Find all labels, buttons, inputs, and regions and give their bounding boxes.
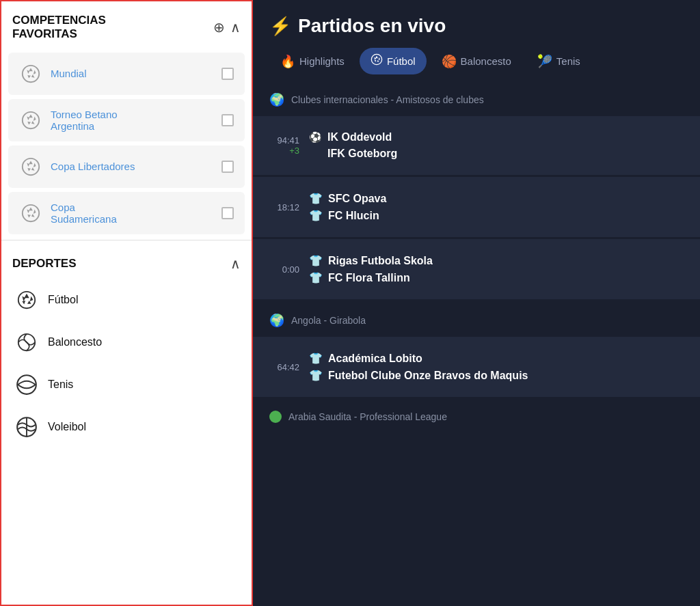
svg-marker-19 — [29, 207, 33, 210]
svg-marker-35 — [375, 56, 378, 59]
svg-point-0 — [23, 66, 39, 82]
svg-marker-2 — [33, 70, 36, 74]
svg-point-31 — [17, 375, 36, 394]
deportes-title: DEPORTES — [12, 257, 77, 271]
team2-name-2: FC Hlucin — [328, 210, 379, 222]
svg-point-12 — [23, 159, 39, 175]
deportes-collapse-icon[interactable]: ∧ — [230, 256, 241, 272]
tab-baloncesto[interactable]: 🏀 Baloncesto — [431, 49, 522, 74]
soccer-icon-mundial — [19, 62, 42, 85]
globe-icon-clubes: 🌍 — [269, 92, 284, 107]
arabia-label: Arabia Saudita - Professional League — [288, 411, 447, 422]
globe-icon-angola: 🌍 — [269, 313, 284, 328]
tab-futbol-label: Fútbol — [387, 55, 416, 67]
svg-marker-25 — [24, 293, 29, 298]
svg-marker-10 — [27, 122, 31, 125]
clubes-label: Clubes internacionales - Amistosos de cl… — [291, 94, 484, 105]
futbol-tab-icon — [371, 53, 383, 69]
team1-name-3: Rigas Futbola Skola — [328, 255, 433, 267]
svg-marker-8 — [33, 116, 36, 121]
sidebar-item-mundial[interactable]: Mundial — [8, 53, 245, 95]
deportes-item-tenis[interactable]: Tenis — [1, 363, 252, 406]
svg-marker-5 — [27, 70, 29, 74]
futbol-sport-label: Fútbol — [48, 294, 78, 306]
match-time-4: 64:42 — [269, 362, 299, 372]
mundial-label: Mundial — [51, 68, 87, 79]
sidebar-item-copa-sudamericana[interactable]: Copa Sudamericana — [8, 192, 245, 234]
baloncesto-sport-label: Baloncesto — [48, 336, 102, 348]
svg-marker-17 — [27, 163, 29, 167]
section-angola-header: 🌍 Angola - Girabola — [253, 306, 700, 335]
angola-label: Angola - Girabola — [291, 315, 366, 326]
match-academica-onze[interactable]: 64:42 👕 Académica Lobito 👕 Futebol Clube… — [253, 337, 700, 397]
svg-marker-21 — [31, 214, 35, 217]
sudamericana-label: Copa Sudamericana — [51, 202, 117, 225]
libertadores-label: Copa Libertadores — [51, 161, 135, 172]
team1-icon-2: 👕 — [309, 192, 323, 205]
svg-marker-11 — [27, 116, 29, 120]
team1-icon-4: 👕 — [309, 352, 323, 365]
lightning-icon: ⚡ — [269, 16, 291, 37]
team2-icon-3: 👕 — [309, 271, 323, 284]
match-rigas-flora[interactable]: 0:00 👕 Rigas Futbola Skola 👕 FC Flora Ta… — [253, 239, 700, 299]
sidebar: COMPETENCIAS FAVORITAS ⊕ ∧ Mundial — [0, 0, 253, 606]
match-time-1: 94:41 +3 — [269, 135, 299, 156]
svg-marker-23 — [27, 209, 29, 213]
favoritas-header: COMPETENCIAS FAVORITAS ⊕ ∧ — [1, 1, 252, 49]
svg-marker-36 — [379, 57, 380, 60]
svg-marker-1 — [29, 68, 33, 71]
main-content: ⚡ Partidos en vivo 🔥 Highlights Fútbol — [253, 0, 700, 606]
team1-name-2: SFC Opava — [328, 193, 386, 205]
voleibol-sport-label: Voleibol — [48, 421, 86, 433]
svg-marker-16 — [27, 168, 31, 171]
baloncesto-sport-icon — [15, 331, 38, 354]
svg-marker-22 — [27, 215, 31, 218]
baloncesto-tab-icon: 🏀 — [442, 54, 457, 69]
tab-highlights[interactable]: 🔥 Highlights — [269, 49, 355, 74]
team1-icon-3: 👕 — [309, 254, 323, 267]
team1-name-4: Académica Lobito — [328, 353, 422, 365]
match-oddevold-goteborg[interactable]: 94:41 +3 ⚽ IK Oddevold ⚽ IFK Goteborg — [253, 116, 700, 175]
tab-baloncesto-label: Baloncesto — [461, 55, 511, 67]
team2-name-3: FC Flora Tallinn — [328, 272, 410, 284]
sidebar-divider — [1, 240, 252, 240]
favoritas-actions: ⊕ ∧ — [213, 19, 241, 36]
svg-point-18 — [23, 205, 39, 221]
svg-marker-26 — [30, 296, 33, 301]
svg-marker-9 — [31, 121, 35, 124]
voleibol-sport-icon — [15, 415, 38, 439]
sudamericana-checkbox[interactable] — [221, 207, 234, 219]
main-header: ⚡ Partidos en vivo — [253, 0, 700, 48]
section-clubes-header: 🌍 Clubes internacionales - Amistosos de … — [253, 85, 700, 114]
sidebar-item-copa-libertadores[interactable]: Copa Libertadores — [8, 146, 245, 188]
tab-tenis[interactable]: 🎾 Tenis — [526, 49, 591, 74]
tenis-tab-icon: 🎾 — [537, 54, 552, 69]
team2-icon-4: 👕 — [309, 369, 323, 382]
team1-name-1: IK Oddevold — [327, 131, 392, 143]
deportes-item-baloncesto[interactable]: Baloncesto — [1, 321, 252, 363]
globe-icon-arabia — [269, 411, 282, 423]
libertadores-checkbox[interactable] — [221, 161, 234, 173]
add-icon[interactable]: ⊕ — [213, 19, 225, 36]
collapse-icon[interactable]: ∧ — [230, 19, 241, 36]
deportes-item-futbol[interactable]: Fútbol — [1, 279, 252, 321]
deportes-item-voleibol[interactable]: Voleibol — [1, 406, 252, 448]
team2-name-1: IFK Goteborg — [327, 148, 397, 160]
tab-highlights-label: Highlights — [299, 55, 345, 67]
team1-icon-1: ⚽ — [309, 131, 322, 143]
tab-futbol[interactable]: Fútbol — [360, 48, 427, 74]
highlights-icon: 🔥 — [280, 54, 295, 69]
team2-icon-2: 👕 — [309, 209, 323, 222]
soccer-icon-torneo — [19, 109, 42, 132]
match-time-3: 0:00 — [269, 264, 299, 275]
team2-name-4: Futebol Clube Onze Bravos do Maquis — [328, 370, 528, 382]
soccer-icon-libertadores — [19, 155, 42, 178]
sidebar-item-torneo-betano[interactable]: Torneo Betano Argentina — [8, 99, 245, 141]
svg-marker-37 — [377, 60, 379, 62]
match-opava-hlucin[interactable]: 18:12 👕 SFC Opava 👕 FC Hlucin — [253, 177, 700, 237]
mundial-checkbox[interactable] — [221, 68, 234, 80]
favoritas-title: COMPETENCIAS FAVORITAS — [12, 14, 106, 42]
svg-marker-20 — [33, 209, 36, 214]
main-title: Partidos en vivo — [298, 15, 446, 37]
torneo-checkbox[interactable] — [221, 114, 234, 126]
